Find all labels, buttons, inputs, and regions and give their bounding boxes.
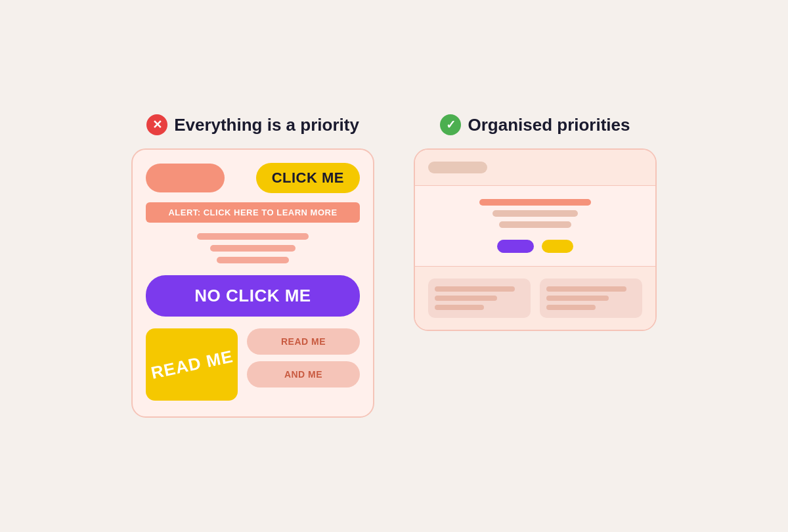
right-purple-button[interactable] [497, 240, 534, 253]
content-line-3 [217, 257, 289, 263]
beige-pill-header [428, 162, 487, 173]
footer-block-left [428, 278, 531, 318]
no-click-me-button[interactable]: NO CLICK ME [146, 275, 360, 317]
footer-line-5 [546, 296, 609, 301]
right-panel-title: ✓ Organised priorities [440, 114, 630, 135]
left-card: CLICK ME ALERT: CLICK HERE TO LEARN MORE… [131, 148, 374, 418]
right-content-lines [431, 199, 640, 228]
read-me-button[interactable]: READ ME [247, 328, 360, 355]
right-card [414, 148, 657, 331]
right-panel: ✓ Organised priorities [414, 114, 657, 331]
content-line-2 [210, 245, 296, 252]
click-me-button[interactable]: CLICK ME [256, 163, 360, 193]
pink-pill-decoration [146, 164, 225, 192]
right-line-3 [499, 221, 571, 228]
footer-line-3 [435, 305, 484, 310]
alert-bar[interactable]: ALERT: CLICK HERE TO LEARN MORE [146, 202, 360, 223]
main-container: ✕ Everything is a priority CLICK ME ALER… [105, 88, 683, 444]
error-icon: ✕ [146, 114, 167, 135]
success-icon: ✓ [440, 114, 461, 135]
footer-block-right [540, 278, 642, 318]
right-line-1 [479, 199, 591, 206]
left-card-top: CLICK ME [146, 163, 360, 193]
right-card-header [415, 150, 655, 186]
right-buttons-row [431, 240, 640, 253]
footer-line-4 [546, 286, 626, 292]
left-panel-title: ✕ Everything is a priority [146, 114, 359, 135]
left-panel: ✕ Everything is a priority CLICK ME ALER… [131, 114, 374, 418]
read-me-box-label: READ ME [149, 347, 234, 382]
right-yellow-button[interactable] [542, 240, 573, 253]
footer-line-6 [546, 305, 596, 310]
footer-line-1 [435, 286, 515, 292]
footer-line-2 [435, 296, 497, 301]
and-me-button[interactable]: AND ME [247, 361, 360, 388]
right-card-footer [415, 266, 655, 330]
right-buttons-group: READ ME AND ME [247, 328, 360, 388]
read-me-box[interactable]: READ ME [146, 328, 238, 401]
left-card-bottom: READ ME READ ME AND ME [146, 328, 360, 401]
right-card-content [415, 186, 655, 266]
content-lines-decoration [146, 233, 360, 263]
content-line-1 [197, 233, 309, 240]
right-line-2 [492, 210, 578, 217]
